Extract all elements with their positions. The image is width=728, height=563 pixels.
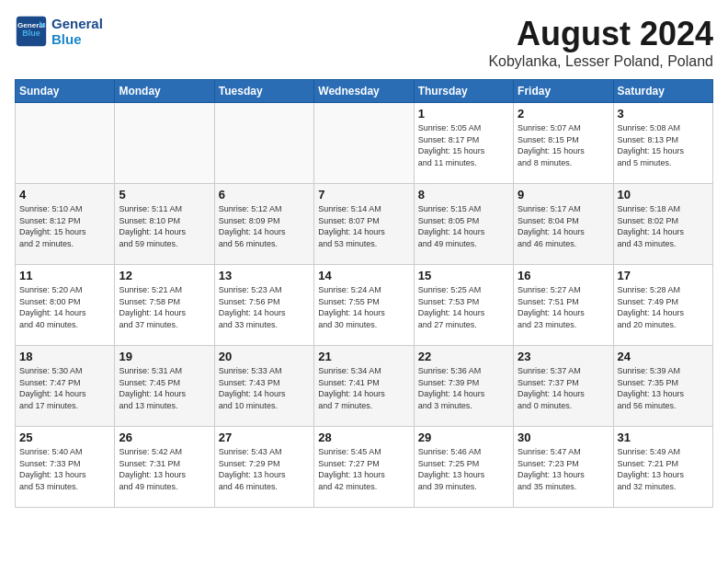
day-info: Sunrise: 5:47 AM Sunset: 7:23 PM Dayligh… [518,446,609,492]
calendar-header: SundayMondayTuesdayWednesdayThursdayFrid… [16,80,713,103]
month-year-title: August 2024 [488,15,713,53]
calendar-cell [16,103,115,184]
day-info: Sunrise: 5:33 AM Sunset: 7:43 PM Dayligh… [219,365,310,411]
day-info: Sunrise: 5:21 AM Sunset: 7:58 PM Dayligh… [119,284,210,330]
day-number: 1 [418,107,509,121]
day-number: 22 [418,350,509,363]
day-number: 2 [518,107,609,121]
logo-line1: General [51,16,103,31]
day-info: Sunrise: 5:31 AM Sunset: 7:45 PM Dayligh… [119,365,210,411]
day-info: Sunrise: 5:37 AM Sunset: 7:37 PM Dayligh… [518,365,609,411]
day-info: Sunrise: 5:07 AM Sunset: 8:15 PM Dayligh… [518,122,609,168]
day-info: Sunrise: 5:23 AM Sunset: 7:56 PM Dayligh… [219,284,310,330]
weekday-header-wednesday: Wednesday [314,80,414,103]
week-row-2: 4Sunrise: 5:10 AM Sunset: 8:12 PM Daylig… [16,184,713,265]
day-info: Sunrise: 5:20 AM Sunset: 8:00 PM Dayligh… [19,284,110,330]
day-number: 9 [518,188,609,201]
calendar-cell: 27Sunrise: 5:43 AM Sunset: 7:29 PM Dayli… [214,427,313,508]
calendar-cell: 23Sunrise: 5:37 AM Sunset: 7:37 PM Dayli… [514,346,613,427]
day-number: 18 [19,350,110,363]
calendar-cell: 19Sunrise: 5:31 AM Sunset: 7:45 PM Dayli… [115,346,214,427]
day-number: 11 [19,269,110,282]
day-number: 20 [219,350,310,363]
weekday-header-thursday: Thursday [414,80,513,103]
day-info: Sunrise: 5:30 AM Sunset: 7:47 PM Dayligh… [19,365,110,411]
calendar-cell: 16Sunrise: 5:27 AM Sunset: 7:51 PM Dayli… [514,265,613,346]
calendar-cell: 30Sunrise: 5:47 AM Sunset: 7:23 PM Dayli… [514,427,613,508]
title-area: August 2024 Kobylanka, Lesser Poland, Po… [488,15,713,70]
week-row-1: 1Sunrise: 5:05 AM Sunset: 8:17 PM Daylig… [16,103,713,184]
weekday-header-monday: Monday [115,80,214,103]
day-info: Sunrise: 5:39 AM Sunset: 7:35 PM Dayligh… [618,365,709,411]
day-info: Sunrise: 5:14 AM Sunset: 8:07 PM Dayligh… [318,203,409,249]
day-info: Sunrise: 5:49 AM Sunset: 7:21 PM Dayligh… [618,446,709,492]
day-number: 23 [518,350,609,363]
calendar-cell: 11Sunrise: 5:20 AM Sunset: 8:00 PM Dayli… [16,265,115,346]
day-info: Sunrise: 5:05 AM Sunset: 8:17 PM Dayligh… [418,122,509,168]
page-header: General Blue General Blue August 2024 Ko… [15,15,713,70]
calendar-cell: 7Sunrise: 5:14 AM Sunset: 8:07 PM Daylig… [314,184,414,265]
calendar-cell [314,103,414,184]
day-number: 14 [318,269,409,282]
day-number: 17 [618,269,709,282]
calendar-cell: 24Sunrise: 5:39 AM Sunset: 7:35 PM Dayli… [613,346,712,427]
calendar-cell [214,103,313,184]
week-row-4: 18Sunrise: 5:30 AM Sunset: 7:47 PM Dayli… [16,346,713,427]
calendar-cell: 28Sunrise: 5:45 AM Sunset: 7:27 PM Dayli… [314,427,414,508]
day-info: Sunrise: 5:12 AM Sunset: 8:09 PM Dayligh… [219,203,310,249]
calendar-cell: 12Sunrise: 5:21 AM Sunset: 7:58 PM Dayli… [115,265,214,346]
day-number: 13 [219,269,310,282]
calendar-cell: 4Sunrise: 5:10 AM Sunset: 8:12 PM Daylig… [16,184,115,265]
calendar-cell: 22Sunrise: 5:36 AM Sunset: 7:39 PM Dayli… [414,346,513,427]
day-number: 29 [418,431,509,444]
calendar-cell: 15Sunrise: 5:25 AM Sunset: 7:53 PM Dayli… [414,265,513,346]
day-number: 8 [418,188,509,201]
day-info: Sunrise: 5:27 AM Sunset: 7:51 PM Dayligh… [518,284,609,330]
calendar-cell: 20Sunrise: 5:33 AM Sunset: 7:43 PM Dayli… [214,346,313,427]
calendar-cell [115,103,214,184]
calendar-cell: 26Sunrise: 5:42 AM Sunset: 7:31 PM Dayli… [115,427,214,508]
calendar-cell: 10Sunrise: 5:18 AM Sunset: 8:02 PM Dayli… [613,184,712,265]
logo-icon: General Blue [15,15,48,48]
day-number: 16 [518,269,609,282]
calendar-cell: 21Sunrise: 5:34 AM Sunset: 7:41 PM Dayli… [314,346,414,427]
day-info: Sunrise: 5:11 AM Sunset: 8:10 PM Dayligh… [119,203,210,249]
day-number: 4 [19,188,110,201]
day-number: 30 [518,431,609,444]
day-info: Sunrise: 5:24 AM Sunset: 7:55 PM Dayligh… [318,284,409,330]
weekday-header-saturday: Saturday [613,80,712,103]
day-number: 27 [219,431,310,444]
calendar-cell: 13Sunrise: 5:23 AM Sunset: 7:56 PM Dayli… [214,265,313,346]
day-number: 3 [618,107,709,121]
calendar-body: 1Sunrise: 5:05 AM Sunset: 8:17 PM Daylig… [16,103,713,508]
day-info: Sunrise: 5:42 AM Sunset: 7:31 PM Dayligh… [119,446,210,492]
calendar-cell: 2Sunrise: 5:07 AM Sunset: 8:15 PM Daylig… [514,103,613,184]
day-info: Sunrise: 5:46 AM Sunset: 7:25 PM Dayligh… [418,446,509,492]
calendar-cell: 1Sunrise: 5:05 AM Sunset: 8:17 PM Daylig… [414,103,513,184]
day-info: Sunrise: 5:40 AM Sunset: 7:33 PM Dayligh… [19,446,110,492]
calendar-table: SundayMondayTuesdayWednesdayThursdayFrid… [15,79,713,508]
logo-line2: Blue [51,31,103,47]
calendar-cell: 18Sunrise: 5:30 AM Sunset: 7:47 PM Dayli… [16,346,115,427]
day-info: Sunrise: 5:08 AM Sunset: 8:13 PM Dayligh… [618,122,709,168]
day-info: Sunrise: 5:17 AM Sunset: 8:04 PM Dayligh… [518,203,609,249]
week-row-3: 11Sunrise: 5:20 AM Sunset: 8:00 PM Dayli… [16,265,713,346]
day-info: Sunrise: 5:15 AM Sunset: 8:05 PM Dayligh… [418,203,509,249]
day-info: Sunrise: 5:18 AM Sunset: 8:02 PM Dayligh… [618,203,709,249]
day-info: Sunrise: 5:25 AM Sunset: 7:53 PM Dayligh… [418,284,509,330]
calendar-cell: 5Sunrise: 5:11 AM Sunset: 8:10 PM Daylig… [115,184,214,265]
day-number: 24 [618,350,709,363]
calendar-cell: 9Sunrise: 5:17 AM Sunset: 8:04 PM Daylig… [514,184,613,265]
day-number: 21 [318,350,409,363]
day-number: 26 [119,431,210,444]
day-number: 25 [19,431,110,444]
calendar-cell: 17Sunrise: 5:28 AM Sunset: 7:49 PM Dayli… [613,265,712,346]
calendar-cell: 3Sunrise: 5:08 AM Sunset: 8:13 PM Daylig… [613,103,712,184]
day-number: 6 [219,188,310,201]
week-row-5: 25Sunrise: 5:40 AM Sunset: 7:33 PM Dayli… [16,427,713,508]
day-number: 5 [119,188,210,201]
day-info: Sunrise: 5:28 AM Sunset: 7:49 PM Dayligh… [618,284,709,330]
weekday-header-sunday: Sunday [16,80,115,103]
weekday-header-tuesday: Tuesday [214,80,313,103]
svg-text:Blue: Blue [22,29,40,38]
